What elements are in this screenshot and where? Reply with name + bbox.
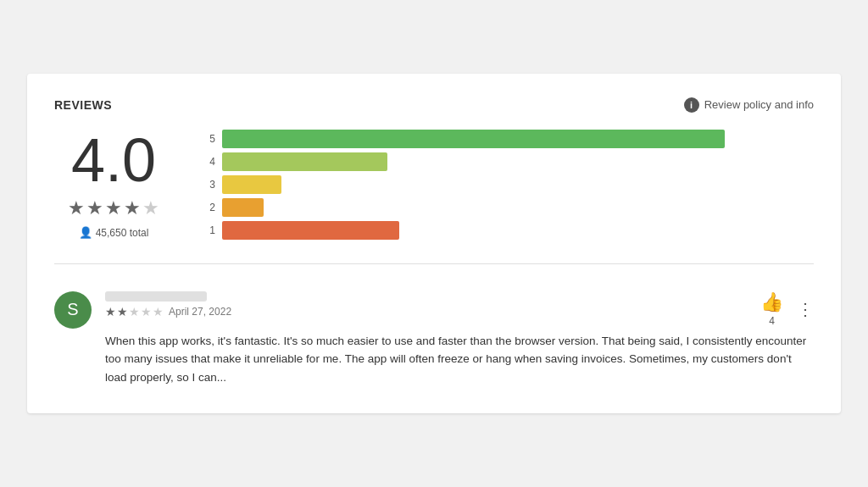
- rating-left: 4.0 ★ ★ ★ ★ ★ 👤 45,650 total: [54, 130, 173, 239]
- star-4: ★: [124, 197, 141, 219]
- info-icon: i: [684, 97, 699, 113]
- bar-track-4: [222, 152, 814, 171]
- policy-link[interactable]: i Review policy and info: [684, 97, 814, 113]
- total-count: 👤 45,650 total: [79, 226, 149, 239]
- bar-row-5: 5: [207, 130, 814, 148]
- bar-label-1: 1: [207, 224, 215, 236]
- reviews-title: REVIEWS: [54, 98, 112, 112]
- rating-section: 4.0 ★ ★ ★ ★ ★ 👤 45,650 total 54321: [54, 130, 814, 264]
- star-1: ★: [68, 197, 85, 219]
- reviewer-name-bar: [105, 291, 207, 302]
- review-star-5: ★: [153, 305, 164, 318]
- review-stars: ★★★★★: [105, 305, 164, 318]
- policy-label: Review policy and info: [704, 98, 814, 111]
- bar-row-1: 1: [207, 221, 814, 240]
- bar-fill-3: [222, 175, 281, 194]
- review-star-1: ★: [105, 305, 116, 318]
- bar-row-3: 3: [207, 175, 814, 194]
- bar-fill-1: [222, 221, 399, 240]
- bar-fill-5: [222, 130, 725, 148]
- bar-row-2: 2: [207, 198, 814, 217]
- star-3: ★: [105, 197, 122, 219]
- person-icon: 👤: [79, 226, 92, 239]
- thumbs-count: 4: [769, 315, 775, 327]
- total-label: 45,650 total: [96, 227, 149, 239]
- review-star-2: ★: [117, 305, 128, 318]
- reviews-header: REVIEWS i Review policy and info: [54, 97, 814, 113]
- thumbs-up-icon: 👍: [760, 291, 783, 313]
- bar-chart: 54321: [207, 130, 814, 240]
- avatar: S: [54, 291, 92, 329]
- review-date: April 27, 2022: [169, 306, 231, 318]
- review-item: S ★★★★★ April 27, 2022 👍 4 ⋮: [54, 291, 814, 387]
- review-actions: 👍 4 ⋮: [760, 291, 814, 327]
- bar-label-3: 3: [207, 179, 215, 191]
- bar-label-4: 4: [207, 156, 215, 168]
- star-2: ★: [86, 197, 103, 219]
- review-text: When this app works, it's fantastic. It'…: [105, 332, 814, 387]
- bar-label-5: 5: [207, 133, 215, 145]
- bar-fill-4: [222, 152, 387, 171]
- review-star-3: ★: [129, 305, 140, 318]
- thumbs-up-container[interactable]: 👍 4: [760, 291, 783, 327]
- reviews-card: REVIEWS i Review policy and info 4.0 ★ ★…: [27, 74, 841, 414]
- rating-score: 4.0: [71, 130, 156, 191]
- review-header: ★★★★★ April 27, 2022 👍 4 ⋮: [105, 291, 814, 327]
- stars-display: ★ ★ ★ ★ ★: [68, 197, 159, 219]
- star-5: ★: [142, 197, 159, 219]
- bar-track-1: [222, 221, 814, 240]
- review-content: ★★★★★ April 27, 2022 👍 4 ⋮ When this app…: [105, 291, 814, 387]
- bar-track-3: [222, 175, 814, 194]
- review-star-4: ★: [141, 305, 152, 318]
- bar-row-4: 4: [207, 152, 814, 171]
- more-options-icon[interactable]: ⋮: [797, 299, 814, 319]
- bar-track-5: [222, 130, 814, 148]
- bar-track-2: [222, 198, 814, 217]
- review-meta: ★★★★★ April 27, 2022: [105, 305, 231, 318]
- bar-label-2: 2: [207, 202, 215, 213]
- bar-fill-2: [222, 198, 264, 217]
- reviewer-info: ★★★★★ April 27, 2022: [105, 291, 231, 318]
